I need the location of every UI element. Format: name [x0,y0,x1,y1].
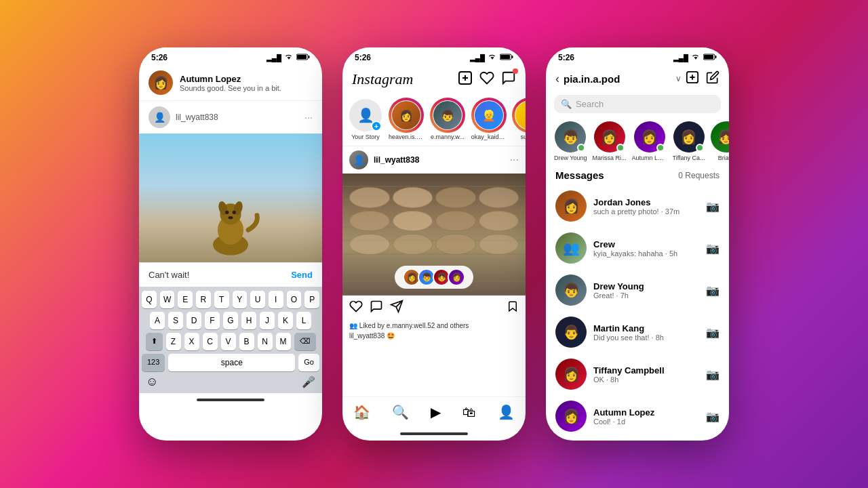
chat-typed-text[interactable]: Can't wait! [149,270,285,280]
contact-name-drew: Drew Young [554,155,587,161]
key-c[interactable]: C [203,333,218,350]
heart-icon[interactable] [479,70,494,88]
camera-icon-2[interactable]: 📷 [706,242,719,255]
requests-count[interactable]: 0 Requests [678,171,719,180]
contact-marissa[interactable]: 👩 Marissa Ri... [593,121,627,161]
nav-reels-icon[interactable]: ▶ [431,404,441,420]
story-item-1[interactable]: 👩 heaven.is.n... [389,99,424,140]
send-button[interactable]: Send [291,270,313,280]
story-item-4[interactable]: 🌻 sunfl... [513,99,526,140]
key-t[interactable]: T [214,291,229,308]
edit-icon[interactable] [706,70,719,87]
msg-name-drew: Drew Young [593,281,699,291]
msg-tiffany[interactable]: 👩 Tiffany Campbell OK · 8h 📷 [546,353,729,395]
key-f[interactable]: F [205,312,220,329]
home-bar-2 [342,427,526,441]
nav-shop-icon[interactable]: 🛍 [462,405,476,420]
key-i[interactable]: I [269,291,283,308]
home-indicator [197,399,264,401]
key-go[interactable]: Go [298,354,319,371]
key-e[interactable]: E [178,291,193,308]
battery-icon [296,54,310,62]
key-q[interactable]: Q [142,291,157,308]
search-placeholder: Search [576,99,604,109]
new-group-icon[interactable] [686,70,699,87]
key-d[interactable]: D [186,312,201,329]
key-p[interactable]: P [304,291,319,308]
story-item-2[interactable]: 👦 e.manny.w... [431,99,465,140]
msg-preview-autumn: Cool! · 1d [593,418,699,426]
viewer-avatar-4: 👩 [448,268,465,286]
comment-icon[interactable] [370,300,383,317]
story-item-3[interactable]: 👱 okay_kaide... [471,99,507,140]
caret-icon[interactable]: ∨ [675,74,682,83]
msg-martin[interactable]: 👨 Martin Kang Did you see that! · 8h 📷 [546,311,729,353]
chat-contact-avatar: 👩 [149,70,173,95]
nav-search-icon[interactable]: 🔍 [392,404,409,420]
add-post-icon[interactable] [458,70,473,88]
msg-jacqueline[interactable]: 👩 Jacqueline Lam Whaaat?? · 8h 📷 [546,437,729,441]
contact-drew[interactable]: 👦 Drew Young [554,121,587,161]
svg-rect-11 [219,242,225,253]
feed-likes-text: 👥 Liked by e.manny.well.52 and others [342,321,526,331]
key-b[interactable]: B [239,333,254,350]
msg-crew[interactable]: 👥 Crew kyia_kayaks: hahaha · 5h 📷 [546,227,729,269]
svg-rect-12 [237,242,243,253]
key-numbers[interactable]: 123 [142,354,165,371]
post-author-name: lil_wyatt838 [374,155,505,165]
key-backspace[interactable]: ⌫ [294,333,316,350]
chat-list-item[interactable]: 👤 lil_wyatt838 ··· [139,101,322,134]
camera-icon-5[interactable]: 📷 [706,368,719,381]
like-icon[interactable] [349,300,363,317]
key-w[interactable]: W [160,291,175,308]
post-author-avatar: 👤 [349,150,368,169]
nav-home-icon[interactable]: 🏠 [353,404,370,420]
emoji-icon[interactable]: ☺ [146,375,158,389]
key-o[interactable]: O [287,291,302,308]
nav-profile-icon[interactable]: 👤 [498,404,515,420]
key-v[interactable]: V [221,333,236,350]
online-indicator [577,144,585,152]
bookmark-icon[interactable] [507,300,519,317]
camera-icon-1[interactable]: 📷 [706,200,719,213]
contact-autumn[interactable]: 👩 Autumn Lopez [632,121,667,161]
key-a[interactable]: A [150,312,165,329]
key-m[interactable]: M [276,333,291,350]
story-item-your[interactable]: 👤 + Your Story [349,99,382,140]
key-g[interactable]: G [223,312,238,329]
msg-name-autumn: Autumn Lopez [593,407,699,418]
key-y[interactable]: Y [233,291,248,308]
key-u[interactable]: U [250,291,265,308]
group-name: pia.in.a.pod [564,73,671,85]
contact-bria[interactable]: 👧 Bria... [711,121,729,161]
key-z[interactable]: Z [166,333,181,350]
msg-jordan[interactable]: 👩 Jordan Jones such a pretty photo! · 37… [546,185,729,227]
camera-icon-6[interactable]: 📷 [706,410,719,423]
mic-icon[interactable]: 🎤 [302,375,315,388]
msg-drew[interactable]: 👦 Drew Young Great! · 7h 📷 [546,269,729,311]
key-k[interactable]: K [278,312,293,329]
key-r[interactable]: R [196,291,211,308]
key-h[interactable]: H [241,312,256,329]
chat-list-options[interactable]: ··· [304,112,313,123]
key-space[interactable]: space [168,354,295,371]
key-j[interactable]: J [260,312,275,329]
search-bar[interactable]: 🔍 Search [554,95,721,113]
back-button[interactable]: ‹ [555,72,559,86]
msg-autumn[interactable]: 👩 Autumn Lopez Cool! · 1d 📷 [546,395,729,437]
key-l[interactable]: L [296,312,311,329]
share-icon[interactable] [390,300,403,317]
msg-name-martin: Martin Kang [593,323,699,333]
messenger-icon[interactable] [501,70,516,88]
key-shift[interactable]: ⬆ [146,333,163,350]
msg-name-jordan: Jordan Jones [593,197,699,207]
camera-icon-4[interactable]: 📷 [706,326,719,339]
camera-icon-3[interactable]: 📷 [706,284,719,297]
post-options-icon[interactable]: ··· [510,154,519,166]
key-s[interactable]: S [168,312,183,329]
signal-icon-3: ▂▄█ [673,54,688,62]
key-x[interactable]: X [184,333,199,350]
add-story-icon[interactable]: + [371,121,382,131]
key-n[interactable]: N [258,333,273,350]
contact-tiffany[interactable]: 👩 Tiffany Ca... [673,121,705,161]
